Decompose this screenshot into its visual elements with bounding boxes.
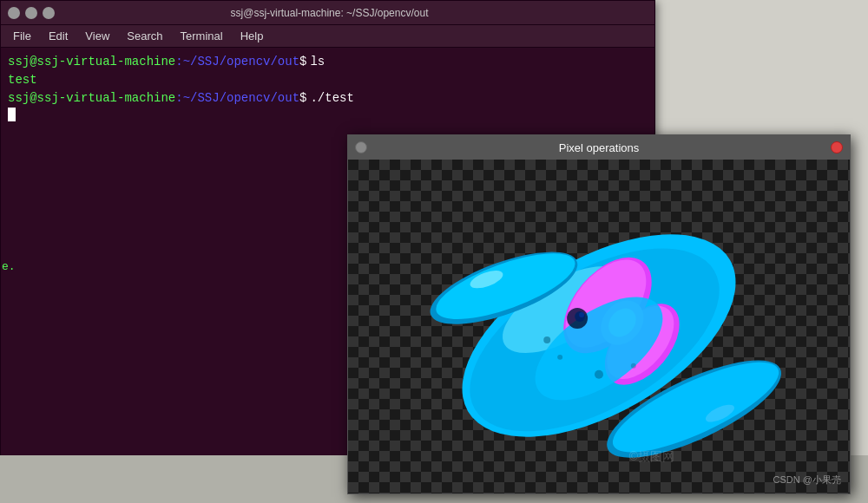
svg-point-16 [579, 312, 584, 317]
prompt-path-2: :~/SSJ/opencv/out [175, 89, 299, 108]
terminal-maximize-button[interactable] [25, 7, 37, 19]
svg-point-17 [543, 336, 550, 343]
menu-terminal[interactable]: Terminal [174, 28, 230, 44]
squid-image-container: ©摄图网 [374, 168, 824, 485]
terminal-line-1: ssj@ssj-virtual-machine:~/SSJ/opencv/out… [8, 53, 648, 71]
menu-view[interactable]: View [78, 28, 116, 44]
terminal-minimize-button[interactable] [8, 7, 20, 19]
svg-point-18 [557, 354, 562, 359]
squid-svg: ©摄图网 [374, 167, 824, 487]
menu-help[interactable]: Help [233, 28, 271, 44]
svg-text:©摄图网: ©摄图网 [629, 449, 674, 463]
terminal-menubar: File Edit View Search Terminal Help [1, 25, 654, 48]
terminal-close-button[interactable] [43, 7, 55, 19]
prompt-dollar-1: $ [299, 53, 306, 71]
left-edge-text: e. [2, 260, 16, 273]
prompt-cmd-1: ls [310, 53, 325, 71]
prompt-dollar-2: $ [299, 89, 306, 108]
pixel-window-controls [355, 141, 367, 154]
csdn-watermark: CSDN @小果壳 [773, 474, 841, 487]
terminal-line-2: ssj@ssj-virtual-machine:~/SSJ/opencv/out… [8, 89, 648, 108]
pixel-operations-window: Pixel operations [347, 134, 851, 494]
pixel-close-controls [831, 141, 843, 154]
svg-point-20 [631, 363, 636, 368]
pixel-titlebar: Pixel operations [348, 135, 850, 160]
pixel-window-title: Pixel operations [367, 141, 831, 154]
pixel-canvas: ©摄图网 CSDN @小果壳 [348, 160, 850, 493]
menu-search[interactable]: Search [120, 28, 169, 44]
pixel-close-button[interactable] [831, 141, 843, 154]
terminal-cursor [8, 108, 16, 121]
prompt-user-1: ssj@ssj-virtual-machine [8, 53, 175, 71]
prompt-path-1: :~/SSJ/opencv/out [175, 53, 299, 71]
menu-edit[interactable]: Edit [42, 28, 75, 44]
terminal-cursor-line [8, 108, 648, 121]
menu-file[interactable]: File [6, 28, 38, 44]
svg-point-19 [595, 369, 603, 378]
terminal-titlebar: ssj@ssj-virtual-machine: ~/SSJ/opencv/ou… [1, 1, 654, 25]
terminal-title: ssj@ssj-virtual-machine: ~/SSJ/opencv/ou… [55, 7, 604, 19]
pixel-minimize-button[interactable] [355, 141, 367, 154]
terminal-output-1: test [8, 71, 648, 89]
terminal-window-controls [8, 7, 55, 19]
prompt-user-2: ssj@ssj-virtual-machine [8, 89, 175, 108]
prompt-cmd-2: ./test [310, 89, 353, 108]
